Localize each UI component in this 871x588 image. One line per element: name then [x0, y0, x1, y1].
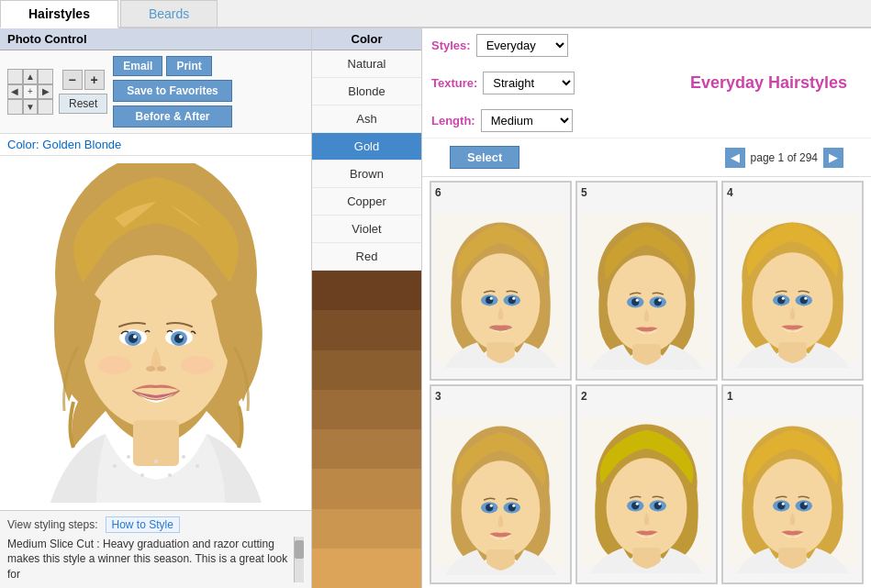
- styles-select[interactable]: EverydayCasualFormalUpdoCurly: [476, 34, 568, 57]
- swatch-2[interactable]: [312, 310, 421, 349]
- hairstyle-cell-5[interactable]: 5: [575, 181, 718, 381]
- color-item-blonde[interactable]: Blonde: [312, 78, 421, 105]
- swatch-5[interactable]: [312, 429, 421, 469]
- svg-point-74: [754, 459, 832, 556]
- nav-arrows: ▲ ◀ + ▶ ▼: [7, 69, 53, 115]
- color-item-brown[interactable]: Brown: [312, 161, 421, 188]
- hairstyle-number-2: 2: [581, 390, 587, 403]
- length-control: Length: ShortMediumLong: [431, 109, 573, 132]
- svg-point-8: [182, 455, 185, 459]
- swatch-7[interactable]: [312, 509, 421, 549]
- hairstyle-img-5: [581, 201, 712, 375]
- main-content: Photo Control ▲ ◀ + ▶ ▼ − + Reset: [0, 28, 871, 588]
- nav-arrow-empty3: [7, 99, 23, 115]
- styling-row: View styling steps: How to Style: [7, 516, 304, 533]
- hairstyle-number-5: 5: [581, 186, 587, 199]
- swatch-8[interactable]: [312, 549, 421, 588]
- hairstyle-number-6: 6: [435, 186, 441, 199]
- tab-beards[interactable]: Beards: [120, 0, 218, 27]
- svg-point-50: [804, 297, 807, 300]
- scrollbar-thumb[interactable]: [295, 540, 304, 559]
- svg-point-79: [782, 503, 785, 505]
- zoom-in-button[interactable]: +: [84, 70, 105, 90]
- hairstyle-cell-3[interactable]: 3: [430, 384, 572, 584]
- color-items-list: Natural Blonde Ash Gold Brown Copper Vio…: [312, 50, 421, 271]
- nav-arrow-up[interactable]: ▲: [23, 69, 39, 84]
- length-select[interactable]: ShortMediumLong: [481, 109, 573, 132]
- nav-arrow-empty2: [38, 69, 53, 84]
- svg-point-7: [168, 473, 172, 477]
- prev-page-button[interactable]: ◀: [725, 148, 745, 168]
- face-image: [23, 163, 289, 503]
- hairstyle-cell-2[interactable]: 2: [575, 384, 718, 584]
- right-panel: Styles: EverydayCasualFormalUpdoCurly Te…: [422, 28, 871, 588]
- hairstyle-cell-4[interactable]: 4: [721, 181, 864, 381]
- left-panel: Photo Control ▲ ◀ + ▶ ▼ − + Reset: [0, 28, 312, 588]
- top-controls: Styles: EverydayCasualFormalUpdoCurly Te…: [422, 28, 871, 139]
- swatch-1[interactable]: [312, 271, 421, 310]
- description-text: Medium Slice Cut : Heavy graduation and …: [7, 537, 294, 582]
- page-nav: ◀ page 1 of 294 ▶: [714, 148, 854, 168]
- svg-point-6: [154, 460, 158, 463]
- controls-area: Styles: EverydayCasualFormalUpdoCurly Te…: [422, 28, 871, 177]
- svg-point-5: [140, 473, 144, 477]
- nav-arrow-empty1: [7, 69, 23, 84]
- svg-point-21: [181, 356, 214, 374]
- svg-point-40: [658, 299, 661, 302]
- action-buttons: Email Print Save to Favorites Before & A…: [113, 56, 231, 128]
- svg-point-80: [804, 503, 807, 505]
- photo-area: [0, 156, 311, 510]
- styling-steps-label: View styling steps:: [7, 518, 98, 531]
- svg-point-9: [195, 464, 199, 468]
- svg-point-49: [782, 297, 785, 300]
- color-item-ash[interactable]: Ash: [312, 105, 421, 133]
- svg-point-54: [462, 460, 541, 558]
- svg-point-20: [98, 356, 131, 374]
- svg-point-24: [462, 253, 541, 350]
- color-panel: Color Natural Blonde Ash Gold Brown Copp…: [312, 28, 422, 588]
- color-item-violet[interactable]: Violet: [312, 216, 421, 243]
- svg-point-3: [113, 464, 117, 468]
- select-row: Select ◀ page 1 of 294 ▶: [422, 139, 871, 176]
- how-to-style-link[interactable]: How to Style: [106, 516, 180, 533]
- email-button[interactable]: Email: [113, 56, 162, 76]
- nav-arrow-left[interactable]: ◀: [7, 84, 23, 100]
- svg-rect-2: [133, 420, 179, 466]
- color-item-red[interactable]: Red: [312, 243, 421, 271]
- photo-control-toolbar: ▲ ◀ + ▶ ▼ − + Reset Email: [0, 50, 311, 134]
- color-item-natural[interactable]: Natural: [312, 50, 421, 78]
- before-after-button[interactable]: Before & After: [113, 105, 231, 128]
- svg-point-69: [636, 503, 639, 505]
- reset-button[interactable]: Reset: [59, 94, 107, 114]
- select-button[interactable]: Select: [450, 146, 519, 169]
- color-item-copper[interactable]: Copper: [312, 188, 421, 216]
- svg-point-34: [608, 255, 687, 352]
- swatch-3[interactable]: [312, 350, 421, 390]
- swatch-4[interactable]: [312, 390, 421, 429]
- tab-hairstyles[interactable]: Hairstyles: [0, 0, 118, 28]
- svg-point-17: [179, 335, 183, 338]
- nav-arrow-empty4: [38, 99, 53, 115]
- styles-control: Styles: EverydayCasualFormalUpdoCurly: [431, 34, 568, 57]
- color-item-gold[interactable]: Gold: [312, 133, 421, 161]
- hairstyle-grid: 6: [422, 177, 871, 588]
- print-button[interactable]: Print: [166, 56, 211, 76]
- swatch-6[interactable]: [312, 469, 421, 508]
- svg-point-16: [133, 335, 137, 338]
- nav-arrow-center: +: [23, 84, 39, 100]
- everyday-title: Everyday Hairstyles: [676, 73, 862, 93]
- hairstyle-cell-6[interactable]: 6: [430, 181, 572, 381]
- nav-arrow-down[interactable]: ▼: [23, 99, 39, 115]
- hairstyle-cell-1[interactable]: 1: [721, 384, 864, 584]
- styling-section: View styling steps: How to Style Medium …: [0, 510, 311, 588]
- svg-point-59: [490, 505, 493, 507]
- save-favorites-button[interactable]: Save to Favorites: [113, 80, 231, 102]
- texture-select[interactable]: StraightWavyCurly: [483, 72, 575, 94]
- zoom-controls: − +: [62, 70, 105, 90]
- hairstyle-number-3: 3: [435, 390, 441, 403]
- nav-arrow-right[interactable]: ▶: [38, 84, 53, 100]
- svg-point-70: [658, 503, 661, 505]
- zoom-out-button[interactable]: −: [62, 70, 83, 90]
- next-page-button[interactable]: ▶: [823, 148, 843, 168]
- tab-bar: Hairstyles Beards: [0, 0, 871, 28]
